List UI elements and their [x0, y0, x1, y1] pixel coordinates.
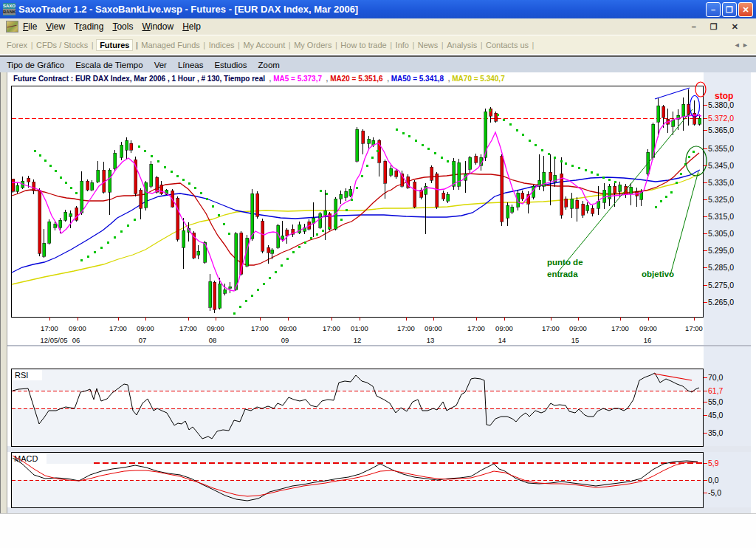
svg-text:09:00: 09:00 [137, 324, 154, 332]
svg-text:15: 15 [571, 336, 580, 344]
svg-text:5.355,0: 5.355,0 [708, 144, 734, 153]
svg-text:61,7: 61,7 [708, 386, 724, 395]
svg-text:17:00: 17:00 [179, 324, 197, 332]
svg-text:5.372,0: 5.372,0 [708, 114, 734, 123]
svg-text:5,9: 5,9 [708, 459, 719, 467]
svg-text:13: 13 [427, 336, 435, 344]
svg-text:55,0: 55,0 [708, 397, 724, 406]
svg-text:09:00: 09:00 [569, 324, 587, 332]
svg-text:17:00: 17:00 [611, 324, 629, 332]
svg-text:17:00: 17:00 [323, 324, 340, 332]
svg-text:09:00: 09:00 [425, 324, 442, 332]
svg-text:5.345,0: 5.345,0 [708, 161, 734, 170]
svg-text:45,0: 45,0 [708, 411, 724, 419]
svg-text:16: 16 [644, 336, 652, 344]
svg-text:5.305,0: 5.305,0 [708, 229, 734, 238]
svg-text:5.295,0: 5.295,0 [708, 246, 734, 255]
svg-text:5.315,0: 5.315,0 [708, 212, 734, 221]
svg-text:objetivo: objetivo [642, 270, 674, 278]
svg-text:stop: stop [715, 91, 733, 101]
svg-text:09: 09 [281, 336, 289, 344]
svg-text:5.325,0: 5.325,0 [708, 195, 734, 204]
svg-text:5.275,0: 5.275,0 [708, 281, 734, 290]
svg-text:12/05/05: 12/05/05 [41, 336, 68, 344]
svg-text:17:00: 17:00 [542, 324, 560, 332]
svg-text:12: 12 [354, 336, 362, 344]
svg-text:09:00: 09:00 [495, 324, 513, 332]
svg-text:07: 07 [139, 336, 147, 344]
svg-text:-5,0: -5,0 [708, 488, 721, 497]
svg-text:17:00: 17:00 [397, 324, 415, 332]
svg-text:5.365,0: 5.365,0 [708, 126, 734, 134]
svg-text:17:00: 17:00 [467, 324, 485, 332]
svg-text:0,0: 0,0 [708, 476, 719, 484]
svg-text:5.265,0: 5.265,0 [708, 298, 734, 306]
svg-text:06: 06 [72, 336, 80, 344]
svg-text:09:00: 09:00 [279, 324, 297, 332]
svg-text:08: 08 [209, 336, 217, 344]
svg-text:70,0: 70,0 [708, 373, 724, 382]
svg-text:RSI: RSI [15, 371, 28, 380]
svg-text:5.380,0: 5.380,0 [708, 100, 734, 109]
svg-text:09:00: 09:00 [639, 324, 657, 332]
svg-text:punto de: punto de [547, 258, 583, 267]
svg-text:09:00: 09:00 [69, 324, 86, 332]
svg-text:35,0: 35,0 [708, 428, 724, 437]
svg-text:5.335,0: 5.335,0 [708, 178, 734, 187]
svg-text:17:00: 17:00 [251, 324, 269, 332]
svg-text:14: 14 [498, 336, 506, 344]
svg-text:5.285,0: 5.285,0 [708, 263, 734, 272]
svg-text:17:00: 17:00 [41, 324, 58, 332]
svg-text:17:00: 17:00 [685, 324, 703, 332]
svg-text:17:00: 17:00 [109, 324, 127, 332]
svg-text:entrada: entrada [547, 270, 578, 278]
svg-text:01:00: 01:00 [351, 324, 368, 332]
svg-text:09:00: 09:00 [207, 324, 224, 332]
